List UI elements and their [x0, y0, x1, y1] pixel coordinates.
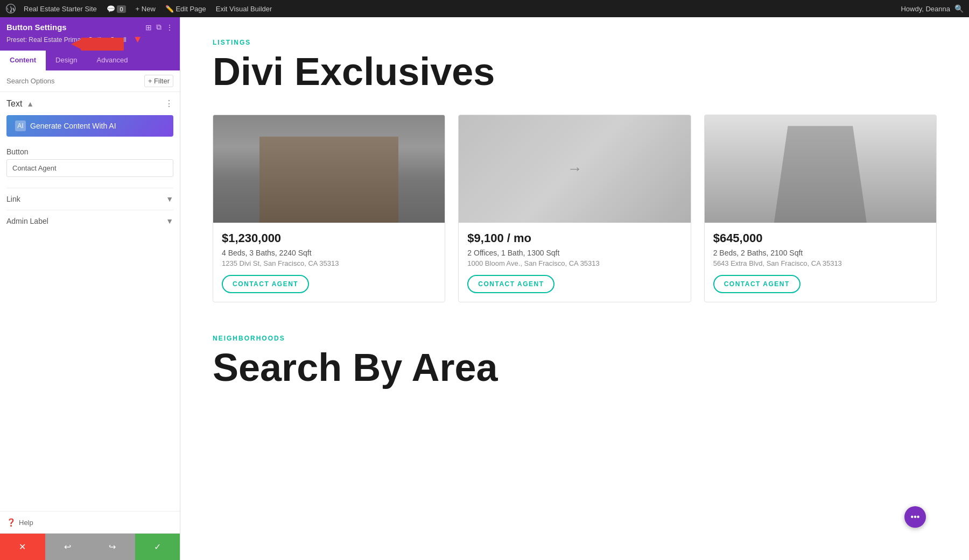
- link-section: Link ▼: [6, 188, 173, 210]
- building-image-1: [213, 115, 445, 223]
- card-image-2: →: [459, 115, 690, 223]
- panel-icon-settings[interactable]: ⊞: [145, 23, 152, 32]
- admin-bar-edit-page[interactable]: ✏️ Edit Page: [163, 5, 208, 13]
- preset-dropdown-arrow: ▼: [133, 34, 143, 45]
- button-text-input[interactable]: [6, 159, 173, 177]
- help-section[interactable]: ❓ Help: [0, 511, 180, 533]
- card-price-3: $645,000: [713, 231, 928, 245]
- red-arrow-indicator: [81, 38, 124, 51]
- tab-design[interactable]: Design: [46, 51, 87, 70]
- card-address-2: 1000 Bloom Ave., San Fracisco, CA 35313: [467, 259, 682, 267]
- filter-button[interactable]: + Filter: [144, 75, 173, 87]
- main-heading: Divi Exclusives: [213, 51, 937, 93]
- tab-content[interactable]: Content: [0, 51, 46, 70]
- text-more-icon[interactable]: ⋮: [165, 98, 173, 109]
- card-image-3: [705, 115, 936, 223]
- neighborhoods-heading: Search By Area: [213, 346, 937, 389]
- help-icon: ❓: [6, 518, 16, 527]
- help-label: Help: [19, 519, 33, 527]
- ai-icon: AI: [15, 120, 26, 131]
- neighborhoods-tag: NEIGHBORHOODS: [213, 335, 937, 342]
- redo-button[interactable]: ↪: [90, 534, 135, 560]
- admin-bar-howdy: Howdy, Deanna: [901, 5, 950, 13]
- building-image-2: →: [459, 115, 690, 223]
- panel-icons: ⊞ ⧉ ⋮: [145, 23, 173, 32]
- panel-icon-copy[interactable]: ⧉: [156, 23, 162, 32]
- admin-bar-comments[interactable]: 💬 0: [104, 5, 128, 13]
- link-section-title: Link: [6, 195, 20, 203]
- card-price-2: $9,100 / mo: [467, 231, 682, 245]
- admin-bar: Real Estate Starter Site 💬 0 + New ✏️ Ed…: [0, 0, 969, 17]
- card-details-3: 2 Beds, 2 Baths, 2100 Sqft: [713, 249, 928, 257]
- panel-search: + Filter: [0, 70, 180, 92]
- left-panel: Button Settings ⊞ ⧉ ⋮ Preset: Real Estat…: [0, 17, 180, 560]
- building-image-3: [705, 115, 936, 223]
- card-price-1: $1,230,000: [222, 231, 436, 245]
- admin-label-header[interactable]: Admin Label ▼: [6, 217, 173, 225]
- floating-menu-button[interactable]: •••: [904, 506, 926, 528]
- contact-agent-button-2[interactable]: CONTACT AGENT: [467, 275, 554, 293]
- listing-card-2: → $9,100 / mo 2 Offices, 1 Bath, 1300 Sq…: [458, 115, 691, 302]
- card-address-1: 1235 Divi St, San Fracisco, CA 35313: [222, 259, 436, 267]
- panel-title: Button Settings: [6, 23, 67, 32]
- cards-grid: $1,230,000 4 Beds, 3 Baths, 2240 Sqft 12…: [213, 115, 937, 302]
- panel-header-top: Button Settings ⊞ ⧉ ⋮: [6, 23, 173, 32]
- text-collapse-icon[interactable]: ▲: [26, 100, 34, 108]
- admin-bar-exit-builder[interactable]: Exit Visual Builder: [214, 5, 275, 13]
- listing-card-1: $1,230,000 4 Beds, 3 Baths, 2240 Sqft 12…: [213, 115, 445, 302]
- admin-label-section: Admin Label ▼: [6, 210, 173, 232]
- card-body-2: $9,100 / mo 2 Offices, 1 Bath, 1300 Sqft…: [459, 223, 690, 302]
- contact-agent-button-3[interactable]: CONTACT AGENT: [713, 275, 801, 293]
- admin-bar-right: Howdy, Deanna 🔍: [901, 4, 964, 13]
- contact-agent-button-1[interactable]: CONTACT AGENT: [222, 275, 309, 293]
- ai-generate-button[interactable]: AI Generate Content With AI: [6, 115, 173, 137]
- admin-label-title: Admin Label: [6, 217, 48, 225]
- card-details-2: 2 Offices, 1 Bath, 1300 Sqft: [467, 249, 682, 257]
- admin-bar-new[interactable]: + New: [134, 5, 158, 13]
- panel-icon-more[interactable]: ⋮: [166, 23, 173, 32]
- listings-tag: LISTINGS: [213, 39, 937, 46]
- panel-tabs: Content Design Advanced: [0, 51, 180, 70]
- main-layout: Button Settings ⊞ ⧉ ⋮ Preset: Real Estat…: [0, 17, 969, 560]
- card-details-1: 4 Beds, 3 Baths, 2240 Sqft: [222, 249, 436, 257]
- admin-bar-search-icon[interactable]: 🔍: [954, 4, 964, 13]
- link-section-header[interactable]: Link ▼: [6, 195, 173, 203]
- tab-advanced[interactable]: Advanced: [87, 51, 138, 70]
- undo-button[interactable]: ↩: [45, 534, 90, 560]
- button-field-label: Button: [6, 147, 173, 156]
- text-section-label: Text: [6, 99, 22, 109]
- card-image-1: [213, 115, 445, 223]
- search-options-input[interactable]: [6, 77, 140, 85]
- listing-card-3: $645,000 2 Beds, 2 Baths, 2100 Sqft 5643…: [704, 115, 937, 302]
- cancel-button[interactable]: ✕: [0, 534, 45, 560]
- bottom-toolbar: ✕ ↩ ↪ ✓: [0, 533, 180, 560]
- admin-label-chevron-icon: ▼: [166, 217, 173, 225]
- save-button[interactable]: ✓: [135, 534, 180, 560]
- button-section: Button: [6, 147, 173, 188]
- link-chevron-icon: ▼: [166, 195, 173, 203]
- text-section-header: Text ▲ ⋮: [6, 98, 173, 109]
- panel-content: Text ▲ ⋮ AI Generate Content With AI But…: [0, 92, 180, 511]
- wordpress-logo[interactable]: [5, 3, 16, 14]
- admin-bar-left: Real Estate Starter Site 💬 0 + New ✏️ Ed…: [5, 3, 894, 14]
- card-body-3: $645,000 2 Beds, 2 Baths, 2100 Sqft 5643…: [705, 223, 936, 302]
- card-body-1: $1,230,000 4 Beds, 3 Baths, 2240 Sqft 12…: [213, 223, 445, 302]
- content-area: LISTINGS Divi Exclusives $1,230,000 4 Be…: [180, 17, 969, 560]
- admin-bar-site[interactable]: Real Estate Starter Site: [22, 5, 99, 13]
- card-address-3: 5643 Extra Blvd, San Fracisco, CA 35313: [713, 259, 928, 267]
